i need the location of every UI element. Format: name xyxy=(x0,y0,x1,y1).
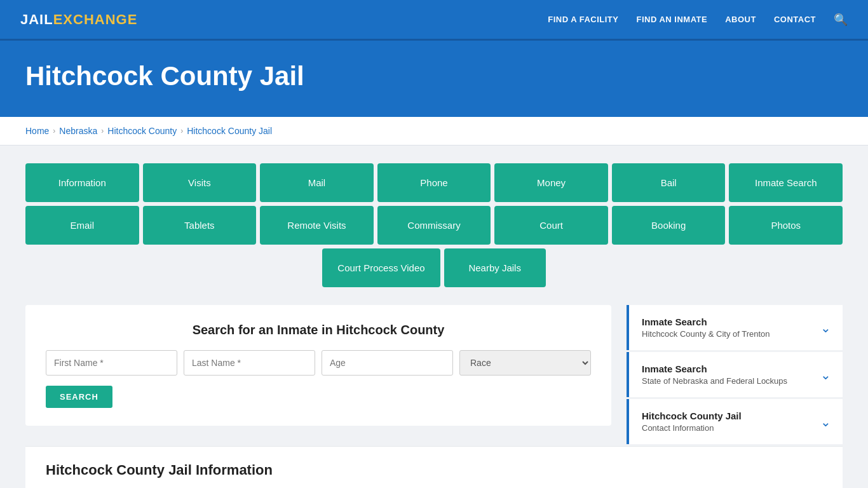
tile-row-2: Email Tablets Remote Visits Commissary C… xyxy=(25,206,843,245)
logo-jail: JAIL xyxy=(20,11,53,28)
bottom-section: Hitchcock County Jail Information xyxy=(25,446,843,488)
sidebar-item-title-2: Inmate Search xyxy=(642,363,787,374)
sidebar-item-inmate-search-local[interactable]: Inmate Search Hitchcock County & City of… xyxy=(627,305,843,350)
breadcrumb: Home › Nebraska › Hitchcock County › Hit… xyxy=(0,117,868,146)
tile-tablets[interactable]: Tablets xyxy=(143,206,257,245)
sidebar-item-title-1: Inmate Search xyxy=(642,316,770,327)
sidebar-item-inmate-search-state[interactable]: Inmate Search State of Nebraska and Fede… xyxy=(627,352,843,397)
site-logo[interactable]: JAIL EXCHANGE xyxy=(20,11,137,28)
nav-about[interactable]: ABOUT xyxy=(725,15,756,24)
tile-buttons-section: Information Visits Mail Phone Money Bail… xyxy=(25,163,843,287)
sidebar-item-contact-info[interactable]: Hitchcock County Jail Contact Informatio… xyxy=(627,399,843,444)
nav-contact[interactable]: CONTACT xyxy=(774,15,816,24)
inmate-search-title: Search for an Inmate in Hitchcock County xyxy=(46,323,591,337)
breadcrumb-home[interactable]: Home xyxy=(25,126,49,136)
sidebar-item-sub-3: Contact Information xyxy=(642,423,742,433)
hero-section: Hitchcock County Jail xyxy=(0,41,868,117)
chevron-down-icon-3: ⌄ xyxy=(820,414,831,430)
tile-nearby-jails[interactable]: Nearby Jails xyxy=(444,248,546,287)
main-nav: FIND A FACILITY FIND AN INMATE ABOUT CON… xyxy=(548,13,848,27)
breadcrumb-sep-1: › xyxy=(53,126,55,135)
race-select[interactable]: Race White Black Hispanic Asian Other xyxy=(459,350,591,376)
breadcrumb-current: Hitchcock County Jail xyxy=(187,126,272,136)
page-title: Hitchcock County Jail xyxy=(25,61,843,92)
inmate-search-form: Search for an Inmate in Hitchcock County… xyxy=(25,305,611,426)
breadcrumb-sep-3: › xyxy=(180,126,183,135)
tile-row-3: Court Process Video Nearby Jails xyxy=(25,248,843,287)
search-icon-button[interactable]: 🔍 xyxy=(834,13,848,27)
nav-find-facility[interactable]: FIND A FACILITY xyxy=(548,15,618,24)
first-name-input[interactable] xyxy=(46,350,177,376)
main-content: Information Visits Mail Phone Money Bail… xyxy=(0,146,868,488)
tile-mail[interactable]: Mail xyxy=(260,163,374,202)
search-button[interactable]: SEARCH xyxy=(46,386,112,408)
breadcrumb-nebraska[interactable]: Nebraska xyxy=(59,126,97,136)
bottom-title: Hitchcock County Jail Information xyxy=(46,462,822,478)
chevron-down-icon-2: ⌄ xyxy=(820,367,831,383)
breadcrumb-sep-2: › xyxy=(101,126,104,135)
tile-information[interactable]: Information xyxy=(25,163,139,202)
sidebar: Inmate Search Hitchcock County & City of… xyxy=(627,305,843,446)
sidebar-item-sub-2: State of Nebraska and Federal Lockups xyxy=(642,376,787,386)
nav-find-inmate[interactable]: FIND AN INMATE xyxy=(636,15,707,24)
tile-visits[interactable]: Visits xyxy=(143,163,257,202)
tile-email[interactable]: Email xyxy=(25,206,139,245)
breadcrumb-hitchcock-county[interactable]: Hitchcock County xyxy=(107,126,177,136)
search-fields: Race White Black Hispanic Asian Other xyxy=(46,350,591,376)
sidebar-item-title-3: Hitchcock County Jail xyxy=(642,410,742,421)
tile-court-process-video[interactable]: Court Process Video xyxy=(322,248,440,287)
tile-court[interactable]: Court xyxy=(494,206,608,245)
last-name-input[interactable] xyxy=(184,350,315,376)
tile-row-1: Information Visits Mail Phone Money Bail… xyxy=(25,163,843,202)
age-input[interactable] xyxy=(322,350,453,376)
lower-section: Search for an Inmate in Hitchcock County… xyxy=(25,305,843,446)
tile-photos[interactable]: Photos xyxy=(729,206,843,245)
tile-bail[interactable]: Bail xyxy=(612,163,726,202)
sidebar-item-sub-1: Hitchcock County & City of Trenton xyxy=(642,329,770,339)
tile-phone[interactable]: Phone xyxy=(377,163,491,202)
tile-remote-visits[interactable]: Remote Visits xyxy=(260,206,374,245)
logo-exchange: EXCHANGE xyxy=(53,11,138,28)
tile-commissary[interactable]: Commissary xyxy=(377,206,491,245)
tile-money[interactable]: Money xyxy=(494,163,608,202)
tile-booking[interactable]: Booking xyxy=(612,206,726,245)
chevron-down-icon-1: ⌄ xyxy=(820,320,831,336)
tile-inmate-search[interactable]: Inmate Search xyxy=(729,163,843,202)
